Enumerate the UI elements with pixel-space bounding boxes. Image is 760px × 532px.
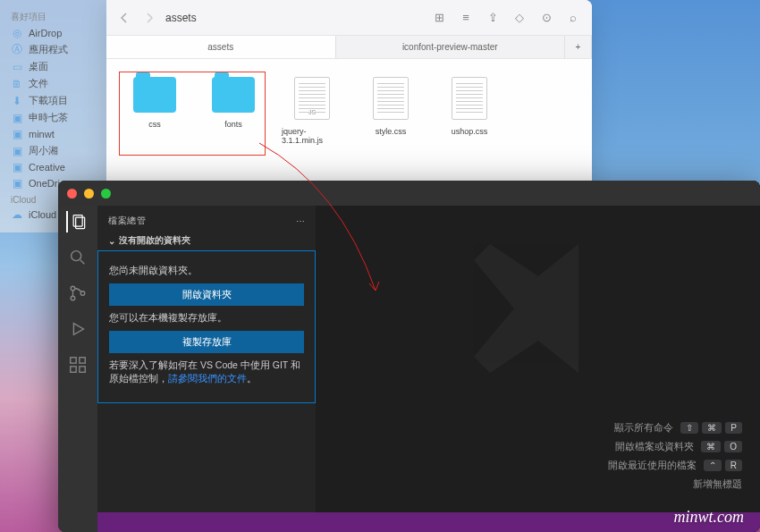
msg-clone-hint: 您可以在本機複製存放庫。 bbox=[109, 311, 304, 325]
apps-icon: Ⓐ bbox=[11, 44, 23, 56]
svg-rect-10 bbox=[80, 367, 85, 372]
watermark-text: minwt.com bbox=[674, 508, 745, 527]
svg-point-6 bbox=[80, 291, 85, 296]
no-folder-title[interactable]: ⌄沒有開啟的資料夾 bbox=[97, 231, 316, 250]
folder-icon bbox=[212, 77, 255, 113]
window-controls bbox=[67, 189, 111, 198]
action-icon[interactable]: ⊙ bbox=[536, 9, 556, 27]
key: P bbox=[725, 422, 742, 434]
file-item-ushop-css[interactable]: ushop.css bbox=[439, 77, 500, 145]
svg-point-5 bbox=[71, 296, 75, 300]
clone-repo-button[interactable]: 複製存放庫 bbox=[109, 331, 304, 353]
welcome-shortcuts: 顯示所有命令⇧⌘P 開啟檔案或資料夾⌘O 開啟最近使用的檔案⌃R 新增無標題 bbox=[608, 416, 742, 496]
sidebar-section-favorites: 喜好項目 bbox=[11, 11, 106, 23]
js-file-icon bbox=[294, 77, 330, 120]
css-file-icon bbox=[373, 77, 409, 120]
shortcut-row: 新增無標題 bbox=[608, 477, 742, 491]
folder-icon: ▣ bbox=[11, 128, 23, 140]
desktop-icon: ▭ bbox=[11, 61, 23, 73]
shortcut-row: 開啟最近使用的檔案⌃R bbox=[608, 459, 742, 472]
sidebar-item-folder-1[interactable]: ▣申時七茶 bbox=[7, 109, 106, 126]
share-icon[interactable]: ⇪ bbox=[483, 9, 502, 27]
vscode-titlebar[interactable] bbox=[58, 181, 760, 206]
downloads-icon: ⬇ bbox=[11, 95, 23, 107]
tab-new-button[interactable]: + bbox=[565, 36, 592, 58]
activity-bar bbox=[58, 181, 97, 532]
tab-iconfont-preview[interactable]: iconfont-preview-master bbox=[336, 36, 566, 58]
status-bar[interactable] bbox=[97, 512, 760, 532]
sidebar-item-folder-4[interactable]: ▣Creative bbox=[7, 159, 106, 175]
sidebar-item-desktop[interactable]: ▭桌面 bbox=[7, 58, 106, 75]
maximize-button[interactable] bbox=[101, 189, 111, 198]
file-label: style.css bbox=[376, 127, 407, 136]
explorer-icon[interactable] bbox=[66, 211, 88, 232]
editor-area: 顯示所有命令⇧⌘P 開啟檔案或資料夾⌘O 開啟最近使用的檔案⌃R 新增無標題 bbox=[316, 181, 760, 532]
extensions-icon[interactable] bbox=[67, 354, 89, 376]
explorer-panel-title: 檔案總管⋯ bbox=[97, 211, 316, 231]
sidebar-item-downloads[interactable]: ⬇下載項目 bbox=[7, 92, 106, 109]
vscode-window: 檔案總管⋯ ⌄沒有開啟的資料夾 您尚未開啟資料夾。 開啟資料夾 您可以在本機複製… bbox=[58, 181, 760, 532]
tab-assets[interactable]: assets bbox=[106, 36, 336, 58]
search-icon[interactable]: ⌕ bbox=[563, 9, 583, 27]
svg-rect-11 bbox=[80, 358, 85, 363]
sidebar-item-folder-2[interactable]: ▣minwt bbox=[7, 126, 106, 142]
sidebar-item-applications[interactable]: Ⓐ應用程式 bbox=[7, 41, 106, 58]
key: ⌃ bbox=[704, 460, 722, 471]
svg-marker-7 bbox=[73, 324, 83, 335]
source-control-icon[interactable] bbox=[67, 283, 89, 304]
svg-rect-9 bbox=[71, 367, 76, 372]
nav-back-button[interactable] bbox=[115, 9, 133, 27]
docs-link[interactable]: 請參閱我們的文件 bbox=[168, 373, 247, 384]
explorer-welcome-box: 您尚未開啟資料夾。 開啟資料夾 您可以在本機複製存放庫。 複製存放庫 若要深入了… bbox=[97, 250, 316, 403]
open-folder-button[interactable]: 開啟資料夾 bbox=[109, 283, 304, 306]
file-label: jquery-3.1.1.min.js bbox=[282, 127, 342, 145]
tag-icon[interactable]: ◇ bbox=[510, 9, 529, 27]
vscode-logo-watermark bbox=[458, 228, 619, 389]
airdrop-icon: ◎ bbox=[11, 27, 23, 39]
key: O bbox=[724, 441, 742, 452]
documents-icon: 🗎 bbox=[11, 78, 23, 90]
file-item-style-css[interactable]: style.css bbox=[360, 77, 421, 145]
close-button[interactable] bbox=[67, 189, 77, 198]
view-options-icon[interactable]: ≡ bbox=[456, 9, 476, 27]
finder-path-title: assets bbox=[165, 12, 197, 24]
file-item-jquery[interactable]: jquery-3.1.1.min.js bbox=[282, 77, 342, 145]
chevron-down-icon: ⌄ bbox=[108, 236, 115, 246]
svg-point-4 bbox=[71, 286, 75, 291]
cloud-icon: ☁ bbox=[11, 208, 23, 221]
svg-line-3 bbox=[80, 260, 85, 265]
key: R bbox=[725, 460, 742, 471]
folder-icon: ▣ bbox=[11, 112, 23, 124]
folder-icon: ▣ bbox=[11, 161, 23, 173]
shortcut-row: 顯示所有命令⇧⌘P bbox=[608, 421, 742, 435]
folder-icon bbox=[133, 77, 176, 113]
key: ⌘ bbox=[701, 441, 721, 452]
folder-icon: ▣ bbox=[11, 145, 23, 157]
sidebar-item-airdrop[interactable]: ◎AirDrop bbox=[7, 25, 106, 41]
key: ⇧ bbox=[680, 422, 698, 434]
svg-rect-8 bbox=[71, 358, 76, 363]
file-label: ushop.css bbox=[452, 127, 488, 136]
search-activity-icon[interactable] bbox=[67, 247, 89, 268]
finder-tabs: assets iconfont-preview-master + bbox=[106, 36, 592, 59]
key: ⌘ bbox=[702, 422, 722, 434]
nav-forward-button[interactable] bbox=[140, 9, 158, 27]
sidebar-item-folder-3[interactable]: ▣周小湘 bbox=[7, 142, 106, 159]
css-file-icon bbox=[452, 77, 487, 120]
finder-toolbar: assets ⊞ ≡ ⇪ ◇ ⊙ ⌕ bbox=[106, 0, 592, 36]
msg-no-folder: 您尚未開啟資料夾。 bbox=[109, 264, 304, 278]
explorer-panel: 檔案總管⋯ ⌄沒有開啟的資料夾 您尚未開啟資料夾。 開啟資料夾 您可以在本機複製… bbox=[97, 181, 316, 532]
minimize-button[interactable] bbox=[84, 189, 94, 198]
debug-icon[interactable] bbox=[67, 318, 89, 340]
shortcut-row: 開啟檔案或資料夾⌘O bbox=[608, 440, 742, 453]
folder-icon: ▣ bbox=[11, 177, 23, 190]
sidebar-item-documents[interactable]: 🗎文件 bbox=[7, 75, 106, 92]
svg-point-2 bbox=[72, 251, 81, 261]
more-icon[interactable]: ⋯ bbox=[296, 216, 306, 226]
view-grid-icon[interactable]: ⊞ bbox=[429, 9, 449, 27]
finder-content: css fonts jquery-3.1.1.min.js style.css … bbox=[106, 59, 592, 163]
msg-docs: 若要深入了解如何在 VS Code 中使用 GIT 和原始檔控制，請參閱我們的文… bbox=[109, 359, 304, 387]
